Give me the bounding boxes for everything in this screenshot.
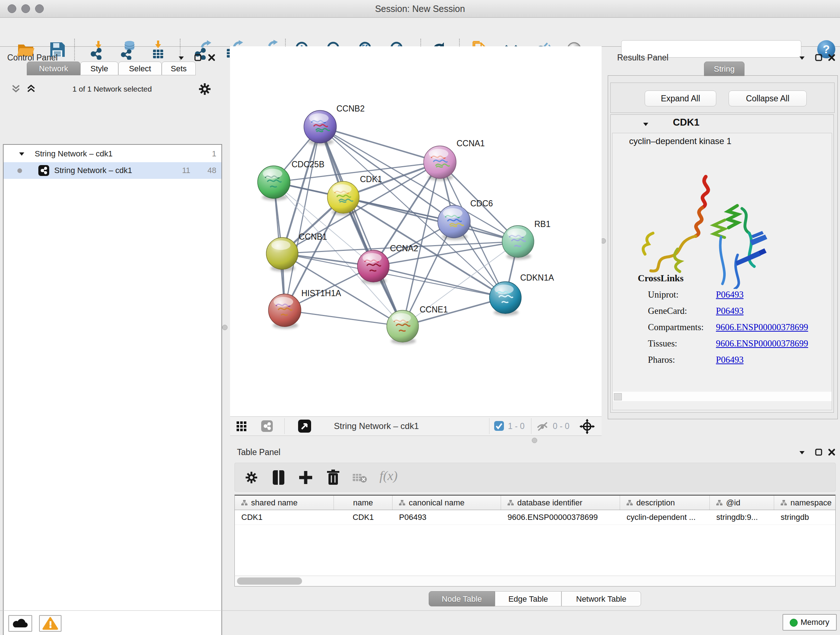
tab-string[interactable]: String <box>704 62 745 76</box>
expand-all-button[interactable]: Expand All <box>645 90 716 106</box>
scrollbar-thumb[interactable] <box>237 578 302 585</box>
float-panel-icon[interactable] <box>815 54 823 62</box>
network-row-selected[interactable]: String Network – cdk1 11 48 <box>4 162 221 179</box>
network-canvas[interactable]: CCNB2CCNA1CDC25BCDK1CDC6RB1CCNB1CCNA2CDK… <box>230 46 602 416</box>
float-panel-icon[interactable] <box>194 54 202 62</box>
horizontal-splitter-handle[interactable] <box>532 438 537 443</box>
table-cell[interactable]: CDK1 <box>334 510 393 524</box>
table-row[interactable]: CDK1CDK1P064939606.ENSP00000378699cyclin… <box>235 510 835 525</box>
tab-node-table[interactable]: Node Table <box>429 591 495 606</box>
network-edge[interactable] <box>285 310 403 326</box>
grid-view-icon[interactable] <box>237 421 247 432</box>
cloud-status-button[interactable] <box>8 615 32 632</box>
memory-button[interactable]: Memory <box>783 614 837 631</box>
delete-column-icon[interactable] <box>327 470 340 486</box>
add-column-icon[interactable] <box>298 470 313 485</box>
node-table: shared namenamecanonical namedatabase id… <box>234 494 836 586</box>
window-title: Session: New Session <box>0 0 840 17</box>
network-node-CDKN1A[interactable] <box>489 282 521 316</box>
current-network-title: String Network – cdk1 <box>334 417 419 435</box>
column-header[interactable]: namespace <box>774 496 836 510</box>
selected-checkbox-icon[interactable] <box>494 421 504 431</box>
tab-edge-table[interactable]: Edge Table <box>495 591 561 606</box>
network-edge[interactable] <box>285 127 320 310</box>
gear-icon[interactable] <box>197 82 212 96</box>
table-cell[interactable]: 9606.ENSP00000378699 <box>501 510 620 524</box>
crosslink-value-link[interactable]: 9606.ENSP00000378699 <box>716 339 808 348</box>
protein-structure-image <box>630 166 768 289</box>
tree-expander-icon[interactable] <box>19 152 25 156</box>
warning-icon <box>40 616 61 631</box>
column-header[interactable]: description <box>620 496 710 510</box>
tab-network[interactable]: Network <box>27 62 80 75</box>
expand-all-icon[interactable] <box>26 84 36 94</box>
column-header[interactable]: database identifier <box>501 496 620 510</box>
crosslink-label: Pharos: <box>648 355 675 365</box>
show-columns-icon[interactable] <box>272 470 285 486</box>
close-panel-icon[interactable] <box>828 448 836 456</box>
tab-select[interactable]: Select <box>118 62 162 75</box>
function-builder-icon[interactable]: f(x) <box>379 468 398 483</box>
close-panel-icon[interactable] <box>208 54 216 62</box>
network-node-CCNA1[interactable] <box>424 146 456 181</box>
float-panel-icon[interactable] <box>815 448 823 456</box>
network-tree: String Network – cdk1 1 String Network –… <box>3 144 222 635</box>
clear-table-icon[interactable] <box>353 472 367 483</box>
memory-label: Memory <box>801 615 829 630</box>
close-panel-icon[interactable] <box>828 54 836 62</box>
fit-selection-crosshair-icon[interactable] <box>579 419 595 434</box>
column-header[interactable]: @id <box>710 496 774 510</box>
crosslink-value-link[interactable]: 9606.ENSP00000378699 <box>716 322 808 333</box>
node-label: CCNA1 <box>456 139 485 148</box>
crosslink-row: Tissues:9606.ENSP00000378699 <box>613 336 832 352</box>
table-cell[interactable]: cyclin-dependent ... <box>620 510 710 524</box>
table-cell[interactable]: stringdb <box>774 510 836 524</box>
table-cell[interactable]: CDK1 <box>235 510 334 524</box>
network-view-toolbar: String Network – cdk1 1 - 0 0 - 0 <box>230 416 602 436</box>
table-hscrollbar[interactable] <box>234 576 836 586</box>
tab-style[interactable]: Style <box>80 62 118 75</box>
hidden-eye-icon[interactable] <box>536 422 550 431</box>
crosslink-value-link[interactable]: P06493 <box>716 355 744 365</box>
column-header[interactable]: shared name <box>235 496 334 510</box>
status-bar-divider <box>0 610 840 611</box>
network-node-CCNE1[interactable] <box>387 310 418 344</box>
birdseye-navigator-icon[interactable] <box>298 420 311 432</box>
gene-expander-icon[interactable] <box>643 122 649 126</box>
collapse-all-button[interactable]: Collapse All <box>729 90 807 106</box>
crosslink-row: Compartments:9606.ENSP00000378699 <box>613 319 832 336</box>
network-node-RB1[interactable] <box>502 226 534 260</box>
network-edge[interactable] <box>373 266 505 298</box>
left-splitter-handle[interactable] <box>222 325 227 330</box>
memory-ok-icon <box>790 619 798 627</box>
tab-sets[interactable]: Sets <box>162 62 196 75</box>
table-cell[interactable]: P06493 <box>393 510 501 524</box>
network-node-CDC6[interactable] <box>438 205 470 240</box>
table-gear-icon[interactable] <box>244 470 259 485</box>
results-panel-title: Results Panel <box>617 53 668 63</box>
panel-menu-icon[interactable] <box>178 56 185 60</box>
crosslink-value-link[interactable]: P06493 <box>716 290 744 300</box>
collection-label: String Network – cdk1 <box>35 146 112 162</box>
panel-menu-icon[interactable] <box>799 56 805 60</box>
network-node-HIST1H1A[interactable] <box>268 294 301 329</box>
panel-menu-icon[interactable] <box>799 450 805 455</box>
tab-network-table[interactable]: Network Table <box>561 591 641 606</box>
network-node-CCNA2[interactable] <box>357 250 389 284</box>
column-header[interactable]: name <box>334 496 393 510</box>
node-label: CDKN1A <box>520 273 554 282</box>
gene-detail-box: cyclin–dependent kinase 1 <box>612 133 832 410</box>
warning-status-button[interactable] <box>39 615 62 632</box>
column-header[interactable]: canonical name <box>393 496 501 510</box>
crosslinks-title: CrossLinks <box>638 273 684 284</box>
collection-count: 1 <box>202 146 216 162</box>
network-share-icon[interactable] <box>261 420 273 432</box>
main-toolbar: ? <box>0 18 840 47</box>
collapse-all-icon[interactable] <box>11 84 21 94</box>
node-label: CCNA2 <box>390 244 418 253</box>
node-label: CDC6 <box>470 199 493 208</box>
network-collection-row[interactable]: String Network – cdk1 1 <box>4 146 221 162</box>
table-cell[interactable]: stringdb:9... <box>710 510 774 524</box>
crosslink-value-link[interactable]: P06493 <box>716 306 744 316</box>
network-edge[interactable] <box>320 127 440 162</box>
